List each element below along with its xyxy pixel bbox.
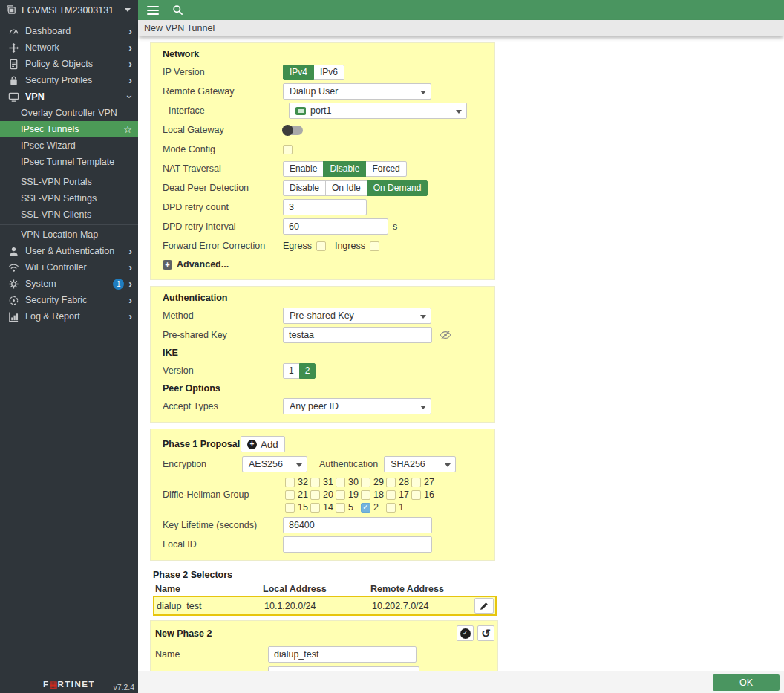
encryption-select[interactable]: AES256 <box>242 456 307 472</box>
sidebar-item-vpn-location-map[interactable]: VPN Location Map <box>0 227 138 243</box>
sidebar-item-security-profiles[interactable]: Security Profiles› <box>0 72 138 88</box>
sidebar-item-user-authentication[interactable]: User & Authentication› <box>0 243 138 259</box>
sidebar-nav: Dashboard› Network› Policy & Objects› Se… <box>0 20 138 674</box>
add-proposal-button[interactable]: +Add <box>241 436 285 452</box>
local-gateway-label: Local Gateway <box>163 125 283 135</box>
ipv4-option[interactable]: IPv4 <box>283 65 314 80</box>
dh-checkbox-18[interactable] <box>361 490 370 500</box>
search-icon[interactable] <box>172 4 183 16</box>
dh-checkbox-17[interactable] <box>386 490 396 500</box>
divider <box>0 172 138 172</box>
method-label: Method <box>163 310 283 321</box>
user-icon <box>7 245 19 257</box>
mode-config-checkbox[interactable] <box>283 145 293 154</box>
interface-select[interactable]: port1 <box>289 103 467 119</box>
sidebar-item-ipsec-wizard[interactable]: IPsec Wizard <box>0 137 138 154</box>
nat-enable-option[interactable]: Enable <box>283 161 324 177</box>
phase2-name-label: Name <box>155 649 268 660</box>
accept-phase2-button[interactable]: ✓ <box>457 625 474 641</box>
dpd-retry-count-input[interactable] <box>283 199 367 215</box>
dh-checkbox-1[interactable] <box>386 503 396 513</box>
eye-off-icon[interactable] <box>440 330 451 340</box>
sidebar-item-sslvpn-settings[interactable]: SSL-VPN Settings <box>0 190 138 206</box>
dh-checkbox-19[interactable] <box>336 490 345 500</box>
sidebar-item-dashboard[interactable]: Dashboard› <box>0 23 138 39</box>
sidebar-item-network[interactable]: Network› <box>0 39 138 56</box>
col-name: Name <box>155 584 263 594</box>
dh-checkbox-32[interactable] <box>285 478 295 487</box>
sidebar-item-log-report[interactable]: Log & Report› <box>0 308 138 325</box>
gear-icon <box>7 278 19 290</box>
sidebar-item-wifi-controller[interactable]: WiFi Controller› <box>0 259 138 276</box>
accept-types-select[interactable]: Any peer ID <box>283 398 431 414</box>
edit-selector-button[interactable] <box>474 598 494 614</box>
bar-chart-icon <box>7 310 19 322</box>
dropdown-arrow-icon <box>445 463 451 467</box>
dropdown-arrow-icon <box>420 315 426 319</box>
method-select[interactable]: Pre-shared Key <box>283 308 431 324</box>
dh-checkbox-2[interactable]: ✓ <box>361 503 370 513</box>
dh-checkbox-29[interactable] <box>361 478 370 487</box>
dh-checkbox-15[interactable] <box>285 503 295 513</box>
dh-checkbox-5[interactable] <box>336 503 345 513</box>
key-lifetime-input[interactable] <box>283 517 432 533</box>
dh-checkbox-21[interactable] <box>285 490 295 500</box>
remote-gateway-select[interactable]: Dialup User <box>283 83 431 100</box>
dpd-retry-interval-input[interactable] <box>283 218 388 235</box>
dh-checkbox-27[interactable] <box>411 478 421 487</box>
phase1-authentication-select[interactable]: SHA256 <box>384 456 456 472</box>
menu-icon[interactable] <box>147 6 159 15</box>
seconds-unit: s <box>393 221 397 232</box>
nat-disable-option[interactable]: Disable <box>323 161 366 177</box>
phase2-selector-row[interactable]: dialup_test 10.1.20.0/24 10.202.7.0/24 <box>153 596 497 616</box>
caret-down-icon <box>125 8 131 12</box>
ike-v2-option[interactable]: 2 <box>299 363 316 379</box>
ike-v1-option[interactable]: 1 <box>283 363 300 379</box>
dpd-disable-option[interactable]: Disable <box>283 180 326 196</box>
network-section: Network IP Version IPv4 IPv6 Remote Gate… <box>150 42 495 280</box>
chevron-right-icon: › <box>128 26 132 36</box>
sidebar-item-ipsec-tunnels[interactable]: IPsec Tunnels☆ <box>0 121 138 137</box>
dh-checkbox-16[interactable] <box>411 490 421 500</box>
encryption-label: Encryption <box>163 459 242 469</box>
ipv6-option[interactable]: IPv6 <box>313 65 344 80</box>
dh-checkbox-14[interactable] <box>310 503 320 513</box>
chevron-right-icon: › <box>128 262 132 273</box>
network-advanced-link[interactable]: +Advanced... <box>151 256 494 273</box>
dpd-ondemand-option[interactable]: On Demand <box>367 180 428 196</box>
sidebar-item-sslvpn-clients[interactable]: SSL-VPN Clients <box>0 206 138 223</box>
sidebar-item-overlay-controller-vpn[interactable]: Overlay Controller VPN <box>0 105 138 121</box>
ike-subheading: IKE <box>151 345 494 361</box>
nat-forced-option[interactable]: Forced <box>365 161 406 177</box>
preshared-key-input[interactable] <box>283 327 432 343</box>
ip-version-segment: IPv4 IPv6 <box>283 65 344 80</box>
dh-checkbox-31[interactable] <box>310 478 320 487</box>
phase2-name-input[interactable] <box>268 646 416 663</box>
dh-checkbox-20[interactable] <box>310 490 320 500</box>
sidebar-item-policy-objects[interactable]: Policy & Objects› <box>0 56 138 72</box>
local-gateway-toggle[interactable] <box>283 126 303 135</box>
local-id-input[interactable] <box>283 536 432 553</box>
dh-checkbox-30[interactable] <box>336 478 345 487</box>
fec-ingress-checkbox[interactable] <box>370 241 379 251</box>
form-content: Network IP Version IPv4 IPv6 Remote Gate… <box>138 36 784 671</box>
star-icon[interactable]: ☆ <box>123 124 132 135</box>
dpd-segment: Disable On Idle On Demand <box>283 180 428 196</box>
firmware-version: v7.2.4 <box>113 683 134 692</box>
pencil-icon <box>480 602 489 611</box>
fec-egress-checkbox[interactable] <box>316 241 326 251</box>
device-selector[interactable]: FGVMSLTM23003131 <box>0 0 138 20</box>
dpd-onidle-option[interactable]: On Idle <box>325 180 368 196</box>
vpn-icon <box>7 91 19 103</box>
dh-checkbox-28[interactable] <box>386 478 396 487</box>
sidebar-item-system[interactable]: System 1 › <box>0 276 138 292</box>
interface-label: Interface <box>163 105 283 116</box>
sidebar-item-vpn[interactable]: VPN› <box>0 88 138 105</box>
sidebar-item-security-fabric[interactable]: Security Fabric› <box>0 292 138 308</box>
sidebar-item-ipsec-tunnel-template[interactable]: IPsec Tunnel Template <box>0 154 138 170</box>
phase2-selectors-title: Phase 2 Selectors <box>153 567 497 582</box>
ok-button[interactable]: OK <box>713 674 780 691</box>
revert-phase2-button[interactable]: ↺ <box>477 625 494 641</box>
main-area: New VPN Tunnel Network IP Version IPv4 I… <box>138 0 784 693</box>
sidebar-item-sslvpn-portals[interactable]: SSL-VPN Portals <box>0 174 138 190</box>
